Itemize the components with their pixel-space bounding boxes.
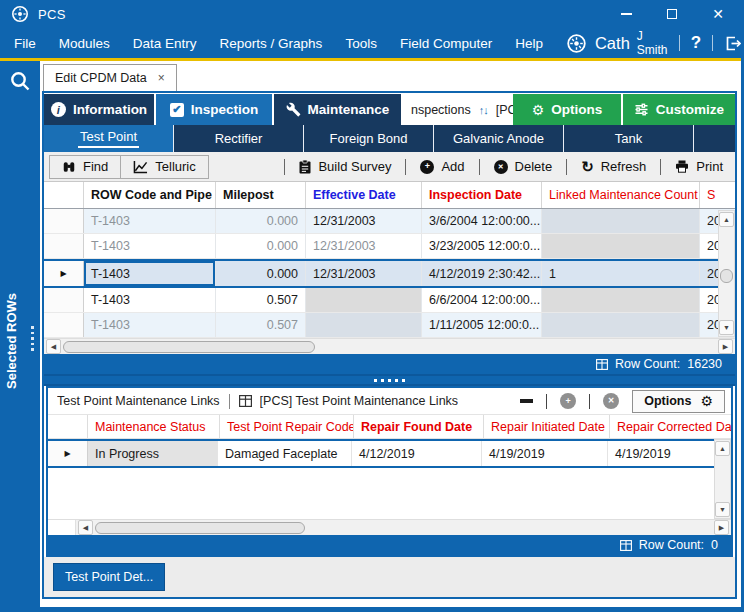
row-selector-cell[interactable]: [44, 313, 84, 337]
cell-maintenance-status[interactable]: In Progress: [88, 441, 218, 466]
remove-link-icon[interactable]: ✕: [603, 393, 619, 409]
search-icon[interactable]: [8, 69, 32, 93]
menu-field-computer[interactable]: Field Computer: [400, 36, 492, 51]
cell-effective-date[interactable]: 12/31/2003: [306, 261, 422, 286]
menu-data-entry[interactable]: Data Entry: [133, 36, 197, 51]
help-button[interactable]: ?: [691, 33, 701, 53]
scroll-up-icon[interactable]: ▲: [719, 212, 734, 227]
table-row[interactable]: T-1403 0.000 12/31/2003 3/6/2004 12:00:0…: [44, 209, 735, 234]
cell-row-code[interactable]: T-1403: [84, 261, 216, 286]
cell-row-code[interactable]: T-1403: [84, 234, 216, 258]
row-selector-cell[interactable]: [44, 234, 84, 258]
close-button[interactable]: ✕: [695, 0, 741, 28]
row-selector-cell[interactable]: [44, 288, 84, 312]
col-milepost[interactable]: Milepost: [216, 182, 306, 208]
cell-inspection-date[interactable]: 4/12/2019 2:30:42...: [422, 261, 542, 286]
tab-foreign-bond[interactable]: Foreign Bond: [304, 125, 434, 152]
cell-milepost[interactable]: 0.000: [216, 209, 306, 233]
tab-information[interactable]: i Information: [44, 94, 154, 125]
minimize-button[interactable]: [603, 0, 649, 28]
maximize-button[interactable]: [649, 0, 695, 28]
scrollbar-thumb[interactable]: [95, 522, 305, 534]
scroll-left-icon[interactable]: ◀: [46, 339, 61, 354]
build-survey-button[interactable]: Build Survey: [299, 159, 391, 174]
cell-milepost[interactable]: 0.507: [216, 288, 306, 312]
col-row-code[interactable]: ROW Code and Pipe: [84, 182, 216, 208]
col-repair-code[interactable]: Test Point Repair Code: [220, 415, 354, 438]
refresh-button[interactable]: ↻ Refresh: [581, 159, 646, 174]
col-extra[interactable]: S: [700, 182, 735, 208]
find-button[interactable]: Find: [49, 155, 121, 179]
menu-file[interactable]: File: [14, 36, 36, 51]
tab-galvanic-anode[interactable]: Galvanic Anode: [434, 125, 564, 152]
cell-inspection-date[interactable]: 3/6/2004 12:00:00...: [422, 209, 542, 233]
cell-linked-count[interactable]: 1: [542, 261, 700, 286]
close-tab-icon[interactable]: ×: [158, 71, 165, 85]
cell-linked-count[interactable]: [542, 209, 700, 233]
cell-effective-date[interactable]: 12/31/2003: [306, 209, 422, 233]
cell-inspection-date[interactable]: 3/23/2005 12:00:0...: [422, 234, 542, 258]
col-repair-found-date[interactable]: Repair Found Date: [354, 415, 484, 438]
scroll-left-icon[interactable]: ◀: [78, 520, 93, 535]
cell-row-code[interactable]: T-1403: [84, 288, 216, 312]
add-link-icon[interactable]: +: [560, 393, 576, 409]
customize-button[interactable]: Customize: [623, 94, 735, 125]
row-selector-cell[interactable]: [44, 209, 84, 233]
options-button[interactable]: ⚙ Options: [513, 94, 621, 125]
panel-splitter-handle[interactable]: [44, 374, 735, 386]
tab-rectifier[interactable]: Rectifier: [174, 125, 304, 152]
cell-linked-count[interactable]: [542, 234, 700, 258]
cell-linked-count[interactable]: [542, 313, 700, 337]
cell-effective-date[interactable]: 12/31/2003: [306, 234, 422, 258]
user-first-name[interactable]: Cath: [595, 34, 630, 53]
vertical-scrollbar[interactable]: ▲ ▼: [718, 210, 735, 337]
cell-inspection-date[interactable]: 1/11/2005 12:00:0...: [422, 313, 542, 337]
collapse-icon[interactable]: [520, 399, 533, 403]
cell-milepost[interactable]: 0.507: [216, 313, 306, 337]
col-repair-corrected-date[interactable]: Repair Corrected Date: [610, 415, 731, 438]
cell-repair-found-date[interactable]: 4/12/2019: [352, 441, 482, 466]
cell-repair-code[interactable]: Damaged Faceplate: [218, 441, 352, 466]
cell-milepost[interactable]: 0.000: [216, 261, 306, 286]
scroll-down-icon[interactable]: ▼: [715, 502, 730, 517]
cell-effective-date[interactable]: [306, 288, 422, 312]
test-point-details-button[interactable]: Test Point Det...: [53, 563, 165, 591]
cell-row-code[interactable]: T-1403: [84, 313, 216, 337]
horizontal-scrollbar[interactable]: ◀ ▶: [48, 519, 731, 535]
scroll-down-icon[interactable]: ▼: [719, 320, 734, 335]
menu-reports-graphs[interactable]: Reports / Graphs: [220, 36, 323, 51]
menu-tools[interactable]: Tools: [345, 36, 377, 51]
tab-maintenance[interactable]: Maintenance: [274, 94, 401, 125]
telluric-button[interactable]: Telluric: [120, 155, 208, 179]
cell-row-code[interactable]: T-1403: [84, 209, 216, 233]
col-maintenance-status[interactable]: Maintenance Status: [88, 415, 220, 438]
table-row[interactable]: T-1403 0.507 6/6/2004 12:00:00... 200: [44, 288, 735, 313]
horizontal-scrollbar[interactable]: ◀ ▶: [44, 338, 735, 354]
delete-button[interactable]: ✕ Delete: [494, 159, 553, 174]
scroll-right-icon[interactable]: ▶: [714, 520, 729, 535]
cell-repair-initiated-date[interactable]: 4/19/2019: [482, 441, 608, 466]
cell-effective-date[interactable]: [306, 313, 422, 337]
user-last-name[interactable]: J Smith: [637, 29, 668, 57]
links-options-button[interactable]: Options ⚙: [632, 390, 725, 413]
cell-inspection-date[interactable]: 6/6/2004 12:00:00...: [422, 288, 542, 312]
add-button[interactable]: + Add: [420, 159, 464, 174]
cell-linked-count[interactable]: [542, 288, 700, 312]
scroll-up-icon[interactable]: ▲: [715, 441, 730, 456]
cell-repair-corrected-date[interactable]: 4/19/2019: [608, 441, 729, 466]
table-row-selected[interactable]: ▶ T-1403 0.000 12/31/2003 4/12/2019 2:30…: [44, 259, 735, 288]
scroll-right-icon[interactable]: ▶: [718, 339, 733, 354]
menu-modules[interactable]: Modules: [59, 36, 110, 51]
tab-test-point[interactable]: Test Point: [44, 125, 174, 152]
logout-icon[interactable]: [724, 34, 743, 53]
table-row[interactable]: T-1403 0.000 12/31/2003 3/23/2005 12:00:…: [44, 234, 735, 259]
scrollbar-thumb[interactable]: [63, 341, 315, 353]
col-linked-maintenance-count[interactable]: Linked Maintenance Count: [542, 182, 700, 208]
col-inspection-date[interactable]: Inspection Date: [422, 182, 542, 208]
sidebar-splitter-handle[interactable]: [31, 326, 34, 351]
table-row[interactable]: T-1403 0.507 1/11/2005 12:00:0... 200: [44, 313, 735, 338]
row-selector-cell[interactable]: ▶: [48, 441, 88, 466]
scrollbar-thumb[interactable]: [720, 269, 733, 283]
tab-inspection[interactable]: ✔ Inspection: [156, 94, 272, 125]
sort-arrows-icon[interactable]: ↑↓: [479, 104, 488, 116]
